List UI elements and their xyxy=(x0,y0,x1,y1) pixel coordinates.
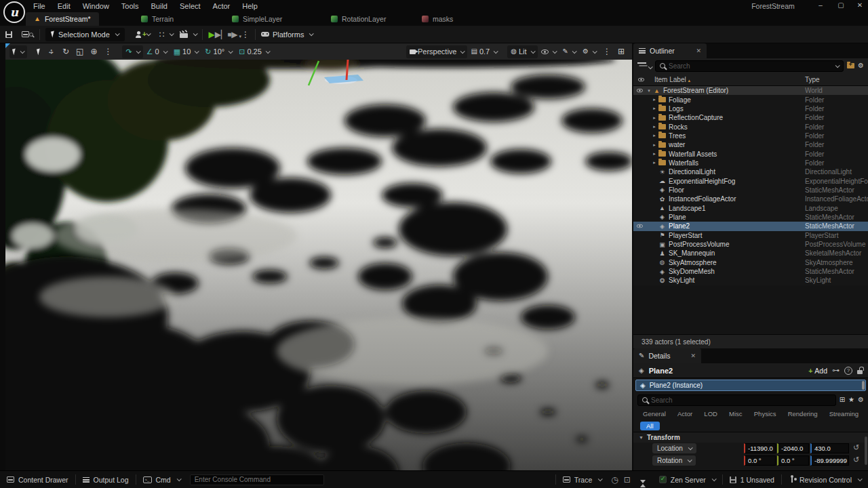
menu-build[interactable]: Build xyxy=(145,0,174,12)
play-options-button[interactable]: ⋮ xyxy=(241,30,250,39)
cinematics-dropdown[interactable] xyxy=(180,30,197,38)
perspective-dropdown[interactable]: Perspective xyxy=(406,45,467,58)
rotation-x-field[interactable]: 0.0 ° xyxy=(744,455,776,466)
expander-arrow-icon[interactable]: ▸ xyxy=(651,124,658,129)
outliner-row-skyatmosphere[interactable]: ◍SkyAtmosphereSkyAtmosphere xyxy=(633,258,868,267)
add-component-button[interactable]: +Add xyxy=(808,367,827,375)
unsaved-button[interactable]: 1 Unsaved xyxy=(723,471,781,488)
outliner-row-water[interactable]: ▸waterFolder xyxy=(633,140,868,149)
zen-server-dropdown[interactable]: Zen Server xyxy=(652,471,722,488)
filter-tab-misc[interactable]: Misc xyxy=(729,410,743,418)
viewport-kebab-button[interactable]: ⋮ xyxy=(599,47,614,56)
angle-snap-dropdown[interactable]: ∠0 xyxy=(143,47,170,56)
outliner-search-input[interactable] xyxy=(669,62,830,70)
tab-simplelayer[interactable]: SimpleLayer xyxy=(224,12,290,26)
blueprints-dropdown[interactable]: ∷ xyxy=(159,30,174,39)
console-command-input[interactable] xyxy=(190,474,324,485)
outliner-row-instancedfoliageactor[interactable]: ✿InstancedFoliageActorInstancedFoliageAc… xyxy=(633,195,868,203)
outliner-row-reflectioncapture[interactable]: ▸ReflectionCaptureFolder xyxy=(633,113,868,122)
details-search[interactable] xyxy=(637,394,836,406)
details-scrollbar[interactable] xyxy=(865,436,867,465)
viewport-3d-scene[interactable] xyxy=(5,60,632,470)
create-folder-icon[interactable] xyxy=(847,63,854,68)
visibility-eye-icon[interactable] xyxy=(637,89,643,93)
menu-tools[interactable]: Tools xyxy=(115,0,145,12)
maximize-button[interactable]: ▢ xyxy=(831,0,850,12)
close-icon[interactable]: ✕ xyxy=(696,47,701,54)
surface-snap-dropdown[interactable]: ↷ xyxy=(122,45,142,58)
menu-actor[interactable]: Actor xyxy=(207,0,237,12)
instance-row[interactable]: ◈ Plane2 (Instance) xyxy=(635,380,866,391)
outliner-tab[interactable]: Outliner ✕ xyxy=(633,43,707,58)
filter-tab-general[interactable]: General xyxy=(643,410,666,418)
scale-snap-dropdown[interactable]: ⊡0.25 xyxy=(235,47,273,56)
select-tool-button[interactable] xyxy=(34,49,44,55)
viewport-options-dropdown[interactable] xyxy=(9,45,27,58)
expander-arrow-icon[interactable]: ▸ xyxy=(651,106,658,111)
outliner-row-rocks[interactable]: ▸RocksFolder xyxy=(633,122,868,131)
menu-file[interactable]: File xyxy=(27,0,52,12)
save-button[interactable] xyxy=(5,31,12,38)
tab-foreststream[interactable]: ▲ ForestStream* xyxy=(26,12,99,26)
filter-tab-all[interactable]: All xyxy=(640,422,660,430)
favorites-star-icon[interactable]: ★ xyxy=(848,396,854,403)
outliner-row-waterfalls[interactable]: ▸WaterfallsFolder xyxy=(633,159,868,167)
tab-masks[interactable]: masks xyxy=(414,12,461,26)
rotation-dropdown[interactable]: Rotation xyxy=(652,455,696,466)
outliner-row-foreststream-editor-[interactable]: ▾▲ForestStream (Editor)World xyxy=(633,86,868,95)
outliner-column-header[interactable]: Item Label ▴ Type xyxy=(633,73,868,86)
transform-options-button[interactable]: ⋮ xyxy=(100,47,115,56)
menu-select[interactable]: Select xyxy=(174,0,207,12)
outliner-row-plane2[interactable]: ◈Plane2StaticMeshActor xyxy=(633,222,868,230)
outliner-row-foliage[interactable]: ▸FoliageFolder xyxy=(633,95,868,104)
outliner-row-waterfall-assets[interactable]: ▸Waterfall AssetsFolder xyxy=(633,149,868,158)
close-button[interactable]: ✕ xyxy=(850,0,868,12)
property-matrix-icon[interactable]: ⊞ xyxy=(840,396,845,403)
launch-button[interactable]: ▶▾ xyxy=(231,30,241,39)
outliner-row-exponentialheightfog[interactable]: ☁ExponentialHeightFogExponentialHeightFo… xyxy=(633,176,868,185)
filter-tab-rendering[interactable]: Rendering xyxy=(788,410,818,418)
cmd-dropdown[interactable]: >_ Cmd xyxy=(136,471,187,488)
rotation-snap-dropdown[interactable]: ↻10° xyxy=(201,47,235,56)
platforms-dropdown[interactable]: Platforms xyxy=(261,30,313,39)
filter-tab-streaming[interactable]: Streaming xyxy=(829,410,859,418)
level-viewport[interactable]: ↻ ◱ ⊕ ⋮ ↷ ∠0 ▦10 ↻10° ⊡0.25 Perspective … xyxy=(5,43,632,470)
outliner-row-skydomemesh[interactable]: ◈SkyDomeMeshStaticMeshActor xyxy=(633,267,868,276)
outliner-row-trees[interactable]: ▸TreesFolder xyxy=(633,131,868,140)
quad-view-button[interactable]: ⊞ xyxy=(614,47,628,56)
outliner-row-landscape1[interactable]: ▲Landscape1Landscape xyxy=(633,203,868,212)
help-icon[interactable]: ? xyxy=(844,367,852,375)
content-browser-button[interactable] xyxy=(22,31,34,37)
rotation-y-field[interactable]: 0.0 ° xyxy=(777,455,809,466)
view-mode-dropdown[interactable]: ◍Lit xyxy=(507,45,537,58)
viewmode-options-dropdown[interactable]: ✎ xyxy=(559,48,579,55)
details-search-input[interactable] xyxy=(651,396,831,404)
outliner-row-logs[interactable]: ▸LogsFolder xyxy=(633,104,868,113)
revision-control-dropdown[interactable]: Revision Control xyxy=(782,471,868,488)
location-z-field[interactable]: 430.0 xyxy=(810,443,849,453)
scale-tool-button[interactable]: ◱ xyxy=(73,47,87,56)
show-flags-dropdown[interactable] xyxy=(538,49,559,54)
expander-arrow-icon[interactable]: ▸ xyxy=(651,97,658,102)
selection-mode-dropdown[interactable]: Selection Mode xyxy=(45,28,125,41)
outliner-filter-button[interactable] xyxy=(637,60,652,72)
filter-tab-physics[interactable]: Physics xyxy=(754,410,776,418)
frame-skip-button[interactable]: ▶▏ xyxy=(215,30,227,39)
outliner-row-playerstart[interactable]: ⚑PlayerStartPlayerStart xyxy=(633,231,868,240)
content-drawer-button[interactable]: Content Drawer xyxy=(0,471,75,488)
expander-arrow-icon[interactable]: ▸ xyxy=(651,115,658,121)
tab-rotationlayer[interactable]: RotationLayer xyxy=(323,12,394,26)
outliner-row-directionallight[interactable]: ☀DirectionalLightDirectionalLight xyxy=(633,167,868,176)
transform-section-header[interactable]: ▼ Transform xyxy=(633,432,868,443)
rotation-z-field[interactable]: -89.999999 xyxy=(810,455,849,466)
tab-terrain[interactable]: Terrain xyxy=(133,12,182,26)
details-settings-gear-icon[interactable]: ⚙ xyxy=(858,396,864,403)
play-button[interactable]: ▶ xyxy=(208,30,214,39)
screen-percentage-dropdown[interactable]: ▤0.7 xyxy=(467,47,500,56)
expander-arrow-icon[interactable]: ▾ xyxy=(646,88,652,94)
world-coordinate-button[interactable]: ⊕ xyxy=(87,47,100,56)
location-dropdown[interactable]: Location xyxy=(652,443,696,453)
snapshot-button[interactable]: ⊡ xyxy=(621,471,633,488)
menu-window[interactable]: Window xyxy=(77,0,115,12)
expander-arrow-icon[interactable]: ▸ xyxy=(651,133,658,138)
